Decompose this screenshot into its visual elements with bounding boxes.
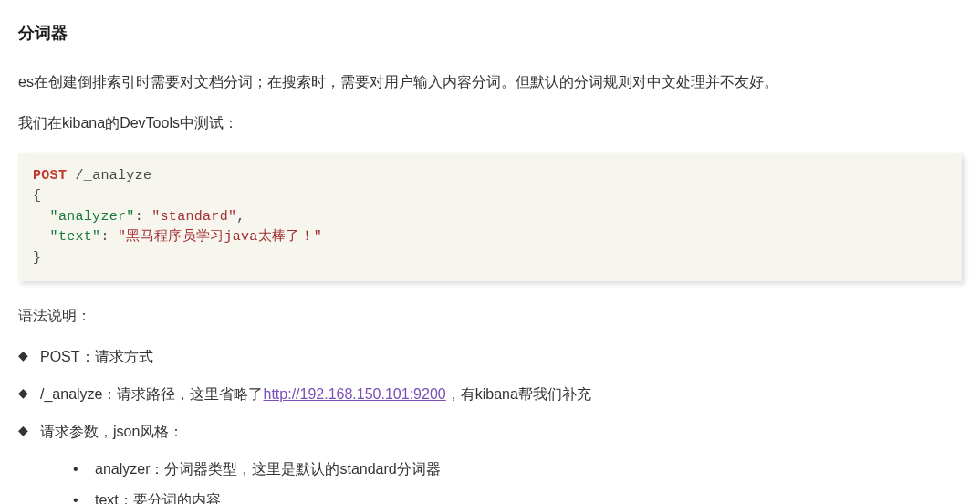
brace-open: { bbox=[33, 188, 41, 204]
http-path: /_analyze bbox=[76, 168, 152, 184]
bullet-params: 请求参数，json风格： bbox=[18, 419, 962, 446]
syntax-label: 语法说明： bbox=[18, 303, 962, 330]
http-method: POST bbox=[33, 168, 67, 184]
brace-close: } bbox=[33, 250, 41, 266]
bullet-text-pre: /_analyze：请求路径，这里省略了 bbox=[40, 386, 264, 402]
paragraph-intro-2: 我们在kibana的DevTools中测试： bbox=[18, 110, 962, 137]
sub-bullet-analyzer: analyzer：分词器类型，这里是默认的standard分词器 bbox=[73, 457, 962, 483]
json-value-text: "黑马程序员学习java太棒了！" bbox=[118, 229, 322, 245]
sub-bullet-text: text：要分词的内容 bbox=[73, 488, 962, 504]
json-value-standard: "standard" bbox=[151, 209, 236, 225]
colon: : bbox=[100, 229, 118, 245]
comma: , bbox=[236, 209, 245, 225]
kibana-url-link[interactable]: http://192.168.150.101:9200 bbox=[264, 386, 446, 402]
bullet-analyze-path: /_analyze：请求路径，这里省略了http://192.168.150.1… bbox=[18, 382, 962, 408]
sub-bullet-list: analyzer：分词器类型，这里是默认的standard分词器 text：要分… bbox=[18, 457, 962, 504]
colon: : bbox=[135, 209, 152, 225]
json-key-analyzer: "analyzer" bbox=[50, 209, 135, 225]
section-heading: 分词器 bbox=[18, 18, 962, 47]
bullet-post: POST：请求方式 bbox=[18, 344, 962, 371]
code-block: POST /_analyze { "analyzer": "standard",… bbox=[18, 153, 962, 282]
paragraph-intro-1: es在创建倒排索引时需要对文档分词；在搜索时，需要对用户输入内容分词。但默认的分… bbox=[18, 69, 962, 96]
json-key-text: "text" bbox=[50, 229, 101, 245]
bullet-list: POST：请求方式 /_analyze：请求路径，这里省略了http://192… bbox=[18, 344, 962, 445]
bullet-text-post: ，有kibana帮我们补充 bbox=[446, 386, 591, 402]
